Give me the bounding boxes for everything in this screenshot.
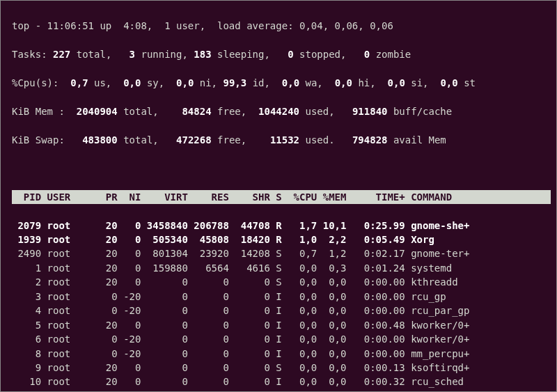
process-list: 2079 root 20 0 3458840 206788 44708 R 1,… xyxy=(12,219,551,392)
process-row[interactable]: 4 root 0 -20 0 0 0 I 0,0 0,0 0:00.00 rcu… xyxy=(12,304,551,317)
process-row[interactable]: 2490 root 20 0 801304 23920 14208 S 0,7 … xyxy=(12,246,551,260)
process-row[interactable]: 11 root 20 0 0 0 0 I 0,0 0,0 0:00.00 rcu… xyxy=(12,389,551,392)
process-row[interactable]: 2079 root 20 0 3458840 206788 44708 R 1,… xyxy=(12,219,551,233)
blank-line xyxy=(12,162,551,175)
terminal-window[interactable]: top - 11:06:51 up 4:08, 1 user, load ave… xyxy=(0,0,557,392)
column-header[interactable]: PID USER PR NI VIRT RES SHR S %CPU %MEM … xyxy=(12,190,551,204)
process-row[interactable]: 8 root 0 -20 0 0 0 I 0,0 0,0 0:00.00 mm_… xyxy=(12,347,551,361)
process-row[interactable]: 6 root 0 -20 0 0 0 I 0,0 0,0 0:00.00 kwo… xyxy=(12,332,551,346)
process-row[interactable]: 9 root 20 0 0 0 0 S 0,0 0,0 0:00.13 ksof… xyxy=(12,361,551,375)
summary-tasks: Tasks: 227 total, 3 running, 183 sleepin… xyxy=(12,47,551,61)
process-row[interactable]: 2 root 20 0 0 0 0 S 0,0 0,0 0:00.00 kthr… xyxy=(12,275,551,289)
process-row[interactable]: 1939 root 20 0 505340 45808 18420 R 1,0 … xyxy=(12,233,551,246)
process-row[interactable]: 1 root 20 0 159880 6564 4616 S 0,0 0,3 0… xyxy=(12,261,551,275)
summary-swap: KiB Swap: 483800 total, 472268 free, 115… xyxy=(12,133,551,147)
process-row[interactable]: 5 root 20 0 0 0 0 I 0,0 0,0 0:00.48 kwor… xyxy=(12,318,551,332)
process-row[interactable]: 10 root 20 0 0 0 0 I 0,0 0,0 0:00.32 rcu… xyxy=(12,375,551,389)
summary-mem: KiB Mem : 2040904 total, 84824 free, 104… xyxy=(12,104,551,118)
summary-line-1: top - 11:06:51 up 4:08, 1 user, load ave… xyxy=(12,19,551,33)
process-row[interactable]: 3 root 0 -20 0 0 0 I 0,0 0,0 0:00.00 rcu… xyxy=(12,290,551,304)
summary-cpu: %Cpu(s): 0,7 us, 0,0 sy, 0,0 ni, 99,3 id… xyxy=(12,76,551,90)
